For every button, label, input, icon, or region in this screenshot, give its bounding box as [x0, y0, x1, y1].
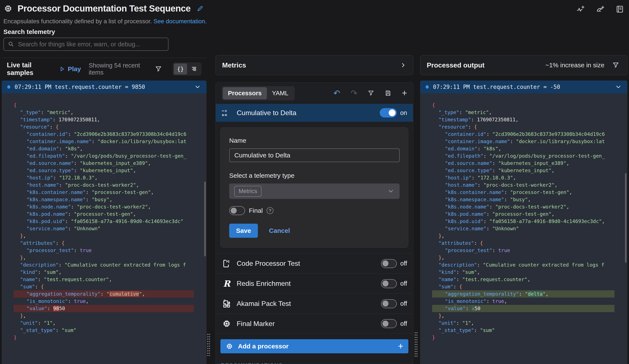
processor-chip-icon: [3, 4, 13, 13]
cumulative-to-delta-icon: −✕+=: [222, 108, 232, 117]
recommendations-label: RECOMMENDATIONS: [221, 362, 408, 364]
processor-row-code-processor-test[interactable]: Code Processor Test off: [216, 253, 413, 273]
final-label: Final: [249, 207, 263, 214]
telemetry-type-label: Select a telemetry type: [229, 172, 400, 179]
toggle-state-label: off: [400, 320, 407, 327]
tab-processors[interactable]: Processors: [223, 87, 267, 99]
code-processor-icon: [222, 259, 232, 268]
cancel-button[interactable]: Cancel: [269, 227, 290, 234]
search-box[interactable]: [3, 38, 168, 51]
pipeline-toolbar: ↶ ↷ +: [333, 89, 407, 97]
processor-name: Code Processor Test: [237, 260, 300, 268]
final-toggle[interactable]: [229, 206, 245, 215]
docs-panel-icon[interactable]: [615, 5, 624, 14]
undo-icon[interactable]: ↶: [333, 89, 340, 97]
json-view-toggle[interactable]: {}: [174, 63, 187, 75]
processor-row-akamai-pack-test[interactable]: Akamai Pack Test off: [216, 293, 413, 314]
edit-title-icon[interactable]: [196, 5, 204, 12]
json-line: "host.ip": "172.18.0.3",: [432, 174, 615, 181]
json-line: "service.name": "Unknown": [14, 225, 194, 232]
toggle-state-label: off: [400, 280, 407, 287]
search-input[interactable]: [17, 41, 164, 48]
redo-icon[interactable]: ↷: [351, 89, 357, 97]
see-documentation-link[interactable]: See documentation.: [154, 18, 207, 25]
search-icon: [8, 41, 14, 48]
processor-toggle-on[interactable]: [380, 108, 397, 117]
json-line: "aggregation_temporality": "cumulative",: [14, 290, 194, 298]
json-line: "value": 9850: [14, 305, 194, 312]
json-line: "description": "Cumulative counter extra…: [14, 261, 194, 269]
livetail-sample-header: 07:29:11 PM test.request.counter = 9850: [14, 84, 145, 90]
output-scrollbar[interactable]: [625, 173, 627, 263]
json-line: "k8s.pod.name": "processor-test-gen",: [432, 210, 615, 218]
processor-row-final-marker[interactable]: Final Marker off: [216, 314, 413, 334]
json-line: "ed.source.name": "kubernetes_input_e389…: [432, 160, 615, 167]
processor-name: Cumulative to Delta: [237, 109, 296, 117]
json-line: "description": "Cumulative counter extra…: [432, 261, 615, 269]
metrics-header-box[interactable]: Metrics: [215, 55, 413, 75]
json-line: {: [14, 101, 194, 109]
add-processor-button[interactable]: Add a processor +: [220, 339, 408, 353]
json-line: "is_monotonic": true,: [14, 298, 194, 305]
play-button[interactable]: Play: [59, 65, 81, 73]
tab-yaml[interactable]: YAML: [267, 87, 294, 99]
json-line: },: [432, 254, 615, 261]
pipeline-filter-icon[interactable]: [367, 90, 374, 96]
livetail-json-view: {"_type": "metric","timestamp": 17690723…: [2, 93, 206, 364]
processor-name: Akamai Pack Test: [237, 300, 291, 308]
save-pipeline-icon[interactable]: [385, 90, 391, 96]
list-view-toggle[interactable]: [187, 63, 200, 75]
json-line: "_stat_type": "sum": [14, 327, 194, 334]
json-line: "k8s.namespace.name": "busy",: [14, 196, 194, 203]
json-line: "ed.domain": "k8s",: [14, 145, 194, 152]
json-line: "unit": "1",: [432, 319, 615, 327]
chevron-down-icon[interactable]: [194, 84, 201, 90]
chevron-down-icon[interactable]: [615, 84, 622, 90]
processor-name: Redis Enrichment: [237, 280, 291, 287]
add-monitor-icon[interactable]: [576, 5, 585, 14]
view-mode-switch: {}: [173, 62, 201, 76]
column-resize-handle-right[interactable]: [414, 332, 418, 358]
livetail-sample-card: 07:29:11 PM test.request.counter = 9850 …: [2, 81, 206, 364]
output-sample-header: 07:29:11 PM test.request.counter = -50: [433, 84, 560, 90]
telemetry-type-select[interactable]: Metrics: [229, 183, 400, 199]
chevron-right-icon[interactable]: [400, 62, 407, 69]
livetail-scrollbar[interactable]: [204, 182, 206, 256]
json-line: "name": "test.request.counter",: [432, 276, 615, 283]
output-header-box: Processed output ~1% increase in size: [420, 55, 627, 75]
processor-row-cumulative-to-delta[interactable]: −✕+= Cumulative to Delta on: [216, 104, 413, 122]
json-line: }: [14, 334, 194, 341]
json-line: "container.id": "2cd3906e2b3683c8373e973…: [432, 131, 615, 138]
add-icon[interactable]: +: [402, 89, 407, 97]
json-line: "is_monotonic": true,: [432, 298, 615, 305]
processor-toggle-off[interactable]: [381, 299, 397, 308]
processor-toggle-off[interactable]: [381, 259, 397, 268]
json-line: "ed.source.name": "kubernetes_input_e389…: [14, 160, 194, 167]
pipeline-tabs: Processors YAML: [222, 86, 295, 100]
output-filter-icon[interactable]: [611, 61, 621, 69]
processor-name-input[interactable]: [229, 148, 400, 162]
chevron-down-icon: [387, 187, 394, 195]
subtitle-text: Encapsulates functionality defined by a …: [3, 18, 154, 25]
livetail-sample-row[interactable]: 07:29:11 PM test.request.counter = 9850: [2, 81, 206, 93]
json-line: "timestamp": 1769072350811,: [432, 116, 615, 123]
json-line: "service.name": "Unknown": [432, 225, 615, 232]
json-line: },: [14, 232, 194, 239]
telemetry-type-chip: Metrics: [234, 186, 262, 197]
processor-toggle-off[interactable]: [381, 319, 397, 328]
output-title: Processed output: [427, 61, 484, 69]
livetail-filter-icon[interactable]: [154, 65, 163, 73]
add-dashboard-icon[interactable]: [596, 5, 605, 14]
save-button[interactable]: Save: [229, 224, 258, 238]
top-actions: [576, 5, 624, 14]
pipeline-tabs-row: Processors YAML ↶ ↷ +: [216, 83, 413, 104]
json-line: "host.name": "proc-docs-test-worker2",: [14, 181, 194, 189]
processor-list: Code Processor Test off R Redis Enrichme…: [216, 253, 413, 334]
column-resize-handle-left[interactable]: [207, 333, 210, 356]
help-icon[interactable]: ?: [267, 207, 274, 214]
json-line: "k8s.container.name": "processor-test-ge…: [432, 189, 615, 196]
play-label: Play: [68, 65, 81, 73]
processor-toggle-off[interactable]: [381, 279, 397, 288]
output-sample-row[interactable]: 07:29:11 PM test.request.counter = -50: [420, 81, 627, 93]
processor-row-redis-enrichment[interactable]: R Redis Enrichment off: [216, 273, 413, 293]
